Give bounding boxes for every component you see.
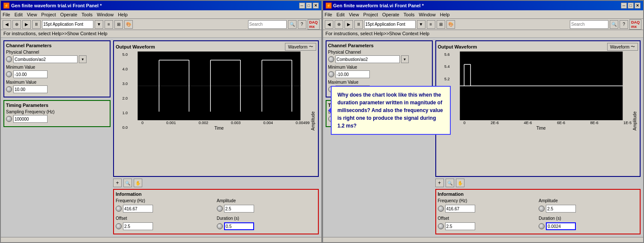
right-title-bar: ⚡ Gen finite waveform trial.vi Front Pan… <box>323 1 644 10</box>
right-size-button[interactable]: ⊞ <box>437 20 445 29</box>
menu-window[interactable]: Window <box>97 12 114 17</box>
right-zoom-plus-btn[interactable]: + <box>435 179 444 187</box>
minimize-button[interactable]: ─ <box>299 3 305 9</box>
channel-params-title: Channel Parameters <box>6 43 108 48</box>
right-menu-operate[interactable]: Operate <box>382 12 399 17</box>
right-menu-window[interactable]: Window <box>419 12 436 17</box>
maximize-button[interactable]: □ <box>306 3 312 9</box>
info-freq-row <box>116 205 215 213</box>
timing-params-box: Timing Parameters Sampling Frequency (Hz… <box>3 100 111 127</box>
min-value-input[interactable] <box>13 70 48 78</box>
right-menu-view[interactable]: View <box>349 12 359 17</box>
right-info-title: Information <box>438 191 638 197</box>
search-input[interactable] <box>248 20 287 29</box>
snap-button[interactable]: ⊕ <box>12 20 21 29</box>
right-align-button[interactable]: ≡ <box>427 20 435 29</box>
info-offset-input[interactable] <box>123 222 153 230</box>
y-3: 3.0 <box>117 82 128 86</box>
waveform-wave-icon: 〜 <box>309 44 313 50</box>
right-menu-tools[interactable]: Tools <box>404 12 415 17</box>
menu-project[interactable]: Project <box>41 12 56 17</box>
zoom-plus-btn[interactable]: + <box>113 179 122 187</box>
right-info-offset-input[interactable] <box>445 222 475 230</box>
right-minimize-button[interactable]: ─ <box>621 3 627 9</box>
right-pan-btn[interactable]: ✋ <box>456 179 464 187</box>
right-y-axis-label: Amplitude <box>632 52 638 131</box>
right-menu-project[interactable]: Project <box>363 12 378 17</box>
right-font-select[interactable] <box>364 20 416 29</box>
zoom-select-btn[interactable]: 🔍 <box>123 179 132 187</box>
right-run-button[interactable]: ▶ <box>344 20 353 29</box>
search-icon[interactable]: 🔍 <box>288 20 297 29</box>
freq-input[interactable] <box>13 115 48 123</box>
menu-file[interactable]: File <box>3 12 10 17</box>
right-toolbar-mini: + 🔍 ✋ <box>435 179 641 187</box>
right-back-button[interactable]: ◀ <box>325 20 333 29</box>
menu-view[interactable]: View <box>27 12 37 17</box>
close-button[interactable]: ✕ <box>313 3 319 9</box>
right-zoom-select-btn[interactable]: 🔍 <box>446 179 454 187</box>
waveform-chart[interactable] <box>129 52 310 120</box>
right-info-amp-label: Amplitude <box>539 198 638 203</box>
right-info-offset-knob <box>438 223 444 229</box>
right-menu-edit[interactable]: Edit <box>336 12 344 17</box>
right-waveform-tab-label: Waveform <box>610 45 629 49</box>
back-button[interactable]: ◀ <box>3 20 11 29</box>
font-dropdown[interactable]: ▼ <box>95 20 103 29</box>
info-duration-input[interactable] <box>224 222 254 230</box>
right-font-dropdown[interactable]: ▼ <box>417 20 425 29</box>
run-button[interactable]: ▶ <box>22 20 31 29</box>
info-amp-input[interactable] <box>224 205 254 213</box>
info-freq-input[interactable] <box>123 205 153 213</box>
right-snap-button[interactable]: ⊕ <box>335 20 343 29</box>
right-physical-channel-input[interactable] <box>335 55 400 63</box>
right-channel-dropdown-btn[interactable]: ▼ <box>401 55 409 63</box>
right-physical-channel-label: Physical Channel <box>328 50 430 55</box>
right-close-button[interactable]: ✕ <box>635 3 641 9</box>
right-min-knob <box>328 71 334 77</box>
right-x-2: 4E-6 <box>524 121 532 125</box>
right-min-value-input[interactable] <box>335 70 370 78</box>
right-waveform-chart[interactable] <box>451 52 632 120</box>
info-grid: Frequency (Hz) Amplitude <box>116 198 316 232</box>
right-menu-help[interactable]: Help <box>440 12 450 17</box>
waveform-tab[interactable]: Waveform 〜 <box>285 43 316 51</box>
right-menu-file[interactable]: File <box>325 12 332 17</box>
right-controls: Channel Parameters Physical Channel ▼ Mi… <box>326 40 433 234</box>
size-button[interactable]: ⊞ <box>114 20 123 29</box>
font-select[interactable] <box>42 20 93 29</box>
right-maximize-button[interactable]: □ <box>628 3 634 9</box>
right-search-input[interactable] <box>570 20 608 29</box>
menu-operate[interactable]: Operate <box>60 12 78 17</box>
right-info-duration-input[interactable] <box>546 222 576 230</box>
x-3: 0.003 <box>231 121 241 125</box>
menu-help[interactable]: Help <box>118 12 128 17</box>
menu-edit[interactable]: Edit <box>15 12 23 17</box>
right-info-amp-input[interactable] <box>546 205 576 213</box>
pan-btn[interactable]: ✋ <box>134 179 142 187</box>
right-help-button[interactable]: ? <box>620 20 628 29</box>
waveform-section: Output Waveform Waveform 〜 5.0 4.0 3.0 2… <box>113 40 319 177</box>
right-pause-button[interactable]: ⏸ <box>354 20 363 29</box>
right-offset-field: Offset <box>438 216 537 232</box>
main-screen: ⚡ Gen finite waveform trial.vi Front Pan… <box>0 0 644 243</box>
physical-channel-input[interactable] <box>13 55 78 63</box>
right-info-freq-input[interactable] <box>445 205 475 213</box>
channel-knob <box>6 56 12 62</box>
right-waveform-title: Output Waveform <box>438 44 477 49</box>
menu-tools[interactable]: Tools <box>81 12 93 17</box>
help-button[interactable]: ? <box>298 20 306 29</box>
align-button[interactable]: ≡ <box>105 20 113 29</box>
left-status-bar <box>1 237 321 242</box>
right-waveform-tab[interactable]: Waveform 〜 <box>607 43 638 51</box>
freq-knob <box>6 116 12 122</box>
chart-wrapper: 5.0 4.0 3.0 2.0 1.0 0.0 <box>116 52 316 131</box>
pause-button[interactable]: ⏸ <box>32 20 41 29</box>
color-button[interactable]: 🎨 <box>124 20 133 29</box>
waveform-header: Output Waveform Waveform 〜 <box>116 43 316 51</box>
max-value-input[interactable] <box>13 85 48 93</box>
right-search-icon[interactable]: 🔍 <box>610 20 618 29</box>
right-color-button[interactable]: 🎨 <box>446 20 455 29</box>
channel-dropdown-btn[interactable]: ▼ <box>79 55 87 63</box>
right-info-offset-row <box>438 222 537 230</box>
